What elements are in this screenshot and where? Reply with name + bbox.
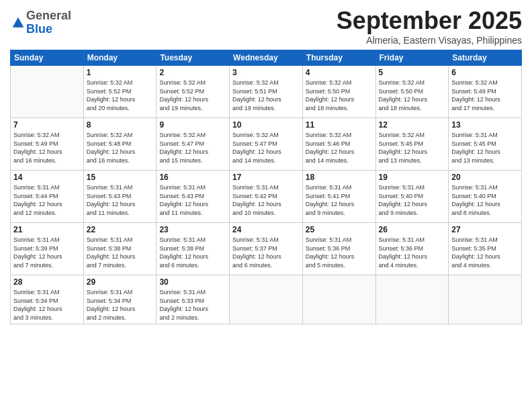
calendar-cell: 5Sunrise: 5:32 AM Sunset: 5:50 PM Daylig…	[375, 66, 449, 118]
calendar-cell: 9Sunrise: 5:32 AM Sunset: 5:47 PM Daylig…	[157, 118, 230, 171]
calendar-cell: 20Sunrise: 5:31 AM Sunset: 5:40 PM Dayli…	[449, 171, 522, 223]
calendar-cell: 3Sunrise: 5:32 AM Sunset: 5:51 PM Daylig…	[230, 66, 303, 118]
day-info: Sunrise: 5:31 AM Sunset: 5:40 PM Dayligh…	[451, 183, 519, 217]
day-number: 4	[306, 68, 373, 77]
day-info: Sunrise: 5:32 AM Sunset: 5:46 PM Dayligh…	[306, 131, 373, 165]
day-info: Sunrise: 5:31 AM Sunset: 5:43 PM Dayligh…	[159, 183, 226, 217]
day-info: Sunrise: 5:32 AM Sunset: 5:47 PM Dayligh…	[232, 131, 300, 165]
day-header: Monday	[83, 50, 157, 66]
calendar-cell	[11, 66, 84, 118]
calendar-cell: 16Sunrise: 5:31 AM Sunset: 5:43 PM Dayli…	[157, 171, 230, 223]
calendar-cell: 25Sunrise: 5:31 AM Sunset: 5:36 PM Dayli…	[302, 223, 375, 275]
calendar-cell: 21Sunrise: 5:31 AM Sunset: 5:39 PM Dayli…	[11, 223, 84, 275]
day-info: Sunrise: 5:31 AM Sunset: 5:37 PM Dayligh…	[232, 236, 300, 269]
day-info: Sunrise: 5:32 AM Sunset: 5:52 PM Dayligh…	[159, 79, 226, 112]
day-number: 26	[379, 225, 446, 234]
day-info: Sunrise: 5:31 AM Sunset: 5:36 PM Dayligh…	[306, 236, 373, 269]
day-info: Sunrise: 5:32 AM Sunset: 5:50 PM Dayligh…	[306, 79, 373, 112]
calendar-cell: 19Sunrise: 5:31 AM Sunset: 5:40 PM Dayli…	[375, 171, 449, 223]
logo: General Blue	[10, 9, 71, 36]
calendar-cell: 18Sunrise: 5:31 AM Sunset: 5:41 PM Dayli…	[302, 171, 375, 223]
calendar-cell: 1Sunrise: 5:32 AM Sunset: 5:52 PM Daylig…	[83, 66, 157, 118]
day-header: Thursday	[302, 50, 375, 66]
day-number: 7	[13, 120, 81, 130]
calendar-cell: 11Sunrise: 5:32 AM Sunset: 5:46 PM Dayli…	[302, 118, 375, 171]
calendar-cell: 22Sunrise: 5:31 AM Sunset: 5:38 PM Dayli…	[83, 223, 157, 275]
day-number: 15	[87, 173, 154, 182]
calendar-cell: 12Sunrise: 5:32 AM Sunset: 5:45 PM Dayli…	[375, 118, 449, 171]
day-info: Sunrise: 5:31 AM Sunset: 5:36 PM Dayligh…	[379, 236, 446, 269]
day-number: 1	[87, 68, 154, 77]
day-number: 18	[306, 173, 373, 182]
month-title: September 2025	[337, 7, 522, 35]
calendar-cell	[302, 275, 375, 324]
calendar-cell: 27Sunrise: 5:31 AM Sunset: 5:35 PM Dayli…	[449, 223, 522, 275]
location-subtitle: Almeria, Eastern Visayas, Philippines	[337, 35, 522, 46]
day-number: 14	[13, 173, 81, 182]
day-number: 9	[159, 120, 226, 130]
day-number: 11	[306, 120, 373, 130]
calendar-cell: 6Sunrise: 5:32 AM Sunset: 5:49 PM Daylig…	[449, 66, 522, 118]
day-number: 10	[232, 120, 300, 130]
calendar: SundayMondayTuesdayWednesdayThursdayFrid…	[10, 50, 522, 324]
day-info: Sunrise: 5:31 AM Sunset: 5:41 PM Dayligh…	[306, 183, 373, 217]
day-info: Sunrise: 5:32 AM Sunset: 5:51 PM Dayligh…	[232, 79, 300, 112]
day-info: Sunrise: 5:32 AM Sunset: 5:49 PM Dayligh…	[451, 79, 519, 112]
day-header: Tuesday	[157, 50, 230, 66]
day-number: 24	[232, 225, 300, 234]
day-number: 30	[159, 277, 226, 287]
day-info: Sunrise: 5:32 AM Sunset: 5:45 PM Dayligh…	[379, 131, 446, 165]
day-number: 8	[87, 120, 154, 130]
day-number: 28	[13, 277, 81, 287]
day-number: 20	[451, 173, 519, 182]
calendar-cell: 23Sunrise: 5:31 AM Sunset: 5:38 PM Dayli…	[157, 223, 230, 275]
calendar-cell: 14Sunrise: 5:31 AM Sunset: 5:44 PM Dayli…	[11, 171, 84, 223]
day-number: 3	[232, 68, 300, 77]
day-info: Sunrise: 5:31 AM Sunset: 5:40 PM Dayligh…	[379, 183, 446, 217]
day-info: Sunrise: 5:31 AM Sunset: 5:42 PM Dayligh…	[232, 183, 300, 217]
day-number: 22	[87, 225, 154, 234]
day-number: 12	[379, 120, 446, 130]
calendar-cell	[449, 275, 522, 324]
logo-blue: Blue	[26, 22, 52, 36]
day-info: Sunrise: 5:31 AM Sunset: 5:33 PM Dayligh…	[159, 288, 226, 322]
calendar-cell: 28Sunrise: 5:31 AM Sunset: 5:34 PM Dayli…	[11, 275, 84, 324]
day-info: Sunrise: 5:31 AM Sunset: 5:43 PM Dayligh…	[87, 183, 154, 217]
day-number: 16	[159, 173, 226, 182]
day-info: Sunrise: 5:31 AM Sunset: 5:34 PM Dayligh…	[87, 288, 154, 322]
day-info: Sunrise: 5:31 AM Sunset: 5:38 PM Dayligh…	[87, 236, 154, 269]
day-info: Sunrise: 5:31 AM Sunset: 5:38 PM Dayligh…	[159, 236, 226, 269]
day-info: Sunrise: 5:32 AM Sunset: 5:47 PM Dayligh…	[159, 131, 226, 165]
day-info: Sunrise: 5:32 AM Sunset: 5:50 PM Dayligh…	[379, 79, 446, 112]
day-number: 2	[159, 68, 226, 77]
logo-general: General	[26, 9, 71, 22]
day-number: 23	[159, 225, 226, 234]
day-number: 13	[451, 120, 519, 130]
calendar-cell	[230, 275, 303, 324]
day-number: 25	[306, 225, 373, 234]
calendar-cell: 13Sunrise: 5:31 AM Sunset: 5:45 PM Dayli…	[449, 118, 522, 171]
calendar-cell	[375, 275, 449, 324]
calendar-cell: 24Sunrise: 5:31 AM Sunset: 5:37 PM Dayli…	[230, 223, 303, 275]
svg-rect-1	[17, 21, 20, 27]
calendar-cell: 7Sunrise: 5:32 AM Sunset: 5:49 PM Daylig…	[11, 118, 84, 171]
day-number: 19	[379, 173, 446, 182]
calendar-cell: 2Sunrise: 5:32 AM Sunset: 5:52 PM Daylig…	[157, 66, 230, 118]
day-number: 17	[232, 173, 300, 182]
day-info: Sunrise: 5:32 AM Sunset: 5:49 PM Dayligh…	[13, 131, 81, 165]
day-number: 5	[379, 68, 446, 77]
day-info: Sunrise: 5:31 AM Sunset: 5:44 PM Dayligh…	[13, 183, 81, 217]
day-info: Sunrise: 5:31 AM Sunset: 5:34 PM Dayligh…	[13, 288, 81, 322]
calendar-cell: 10Sunrise: 5:32 AM Sunset: 5:47 PM Dayli…	[230, 118, 303, 171]
day-header: Friday	[375, 50, 449, 66]
day-number: 21	[13, 225, 81, 234]
calendar-cell: 17Sunrise: 5:31 AM Sunset: 5:42 PM Dayli…	[230, 171, 303, 223]
calendar-cell: 30Sunrise: 5:31 AM Sunset: 5:33 PM Dayli…	[157, 275, 230, 324]
calendar-cell: 8Sunrise: 5:32 AM Sunset: 5:48 PM Daylig…	[83, 118, 157, 171]
calendar-cell: 15Sunrise: 5:31 AM Sunset: 5:43 PM Dayli…	[83, 171, 157, 223]
calendar-cell: 4Sunrise: 5:32 AM Sunset: 5:50 PM Daylig…	[302, 66, 375, 118]
day-number: 29	[87, 277, 154, 287]
day-number: 27	[451, 225, 519, 234]
day-header: Wednesday	[230, 50, 303, 66]
day-info: Sunrise: 5:31 AM Sunset: 5:45 PM Dayligh…	[451, 131, 519, 165]
